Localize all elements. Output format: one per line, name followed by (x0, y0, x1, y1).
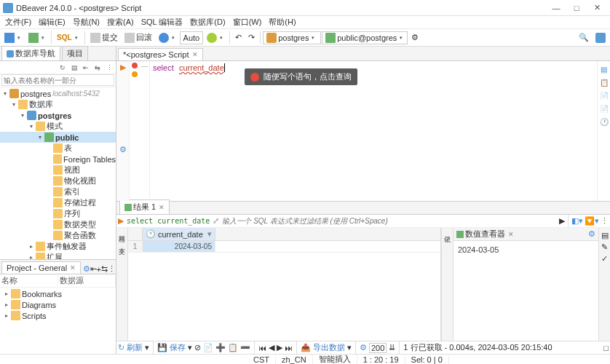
prev-icon[interactable]: ◀ (269, 343, 274, 352)
menu-edit[interactable]: 编辑(E) (35, 16, 69, 28)
menu-help[interactable]: 帮助(H) (265, 16, 299, 28)
collapse-icon[interactable]: ⇤ (90, 264, 97, 274)
rollback-button[interactable]: 回滚 (122, 31, 155, 45)
insert-mode: 智能插入 (313, 354, 357, 364)
menu-icon[interactable]: ⋮ (108, 264, 116, 274)
refresh-icon[interactable]: ↻ (58, 63, 68, 73)
close-icon[interactable]: ✕ (192, 51, 198, 58)
menu-nav[interactable]: 导航(N) (69, 16, 103, 28)
autocommit-combo[interactable]: Auto (180, 31, 204, 44)
add-row-icon[interactable]: ➕ (215, 343, 226, 352)
filter-icon[interactable]: ▤ (69, 63, 79, 73)
connection-combo[interactable]: postgres▾ (263, 31, 321, 44)
next-icon[interactable]: ▶ (277, 343, 282, 352)
results-tab[interactable]: 结果 1✕ (119, 199, 170, 214)
cell-value[interactable]: 2024-03-05 (143, 241, 215, 252)
view-icon[interactable]: ▤ (601, 231, 609, 240)
value-viewer-content: 2024-03-05 (453, 241, 598, 258)
database-combo[interactable]: public@postgres▾ (322, 31, 408, 44)
settings-button[interactable]: ⚙ (408, 31, 421, 45)
edit-icon[interactable]: ✎ (601, 242, 608, 252)
editor-tab[interactable]: *<postgres> Script✕ (118, 48, 203, 60)
undo-button[interactable]: ↶ (232, 31, 245, 45)
collapse-icon[interactable]: ⇤ (81, 63, 91, 73)
new-connection-button[interactable]: ▾ (1, 31, 25, 45)
new-sql-button[interactable]: ▾ (25, 31, 49, 45)
menu-file[interactable]: 文件(F) (1, 16, 35, 28)
perspective-button[interactable] (593, 31, 609, 45)
outline-icon[interactable]: ▤ (599, 64, 609, 74)
menu-icon[interactable]: ⋮ (601, 216, 609, 226)
copy-row-icon[interactable]: 📋 (228, 343, 238, 352)
sql-editor-button[interactable]: SQL▾ (54, 31, 82, 45)
apply-icon[interactable]: ✓ (601, 254, 608, 264)
sql-editor[interactable]: select current_date 随便写个语句，点击查询 (150, 61, 597, 201)
record-tab[interactable]: 记录 (443, 231, 452, 240)
menu-search[interactable]: 搜索(A) (103, 16, 138, 28)
statusbar: CST zh_CN 智能插入 1 : 20 : 19 Sel: 0 | 0 (0, 354, 610, 364)
panels-icon[interactable]: ◧▾ (571, 216, 583, 226)
vars-icon[interactable]: 📋 (599, 77, 609, 87)
tree-filter-input[interactable] (1, 74, 114, 86)
save-button[interactable]: 💾 (157, 343, 167, 352)
menu-database[interactable]: 数据库(D) (186, 16, 229, 28)
apply-icon[interactable]: ▶ (559, 216, 565, 226)
minimize-button[interactable]: — (546, 1, 566, 15)
last-icon[interactable]: ⏭ (285, 344, 293, 352)
text-tab[interactable]: 文本 (118, 242, 127, 251)
link-icon[interactable]: ⇆ (101, 264, 108, 274)
error-icon (250, 73, 259, 82)
redo-button[interactable]: ↷ (245, 31, 258, 45)
menubar: 文件(F) 编辑(E) 导航(N) 搜索(A) SQL 编辑器 数据库(D) 窗… (0, 16, 610, 29)
results-filter-input[interactable] (222, 217, 556, 225)
cursor-pos: 1 : 20 : 19 (357, 355, 405, 364)
cancel-icon[interactable]: ⊘ (194, 343, 201, 352)
refresh-button[interactable]: ↻ (118, 343, 124, 352)
timezone: CST (247, 355, 276, 364)
menu-window[interactable]: 窗口(W) (229, 16, 266, 28)
page-size-input[interactable]: 200 (369, 343, 387, 353)
column-header[interactable]: 🕐current_date▾ (143, 228, 215, 240)
search-button[interactable]: 🔍 (576, 31, 592, 45)
tab-project[interactable]: Project - General✕ (1, 261, 81, 274)
link-icon[interactable]: ⇆ (92, 63, 103, 73)
commit-button[interactable]: 提交 (87, 31, 121, 45)
txn-log-button[interactable]: ▾ (204, 31, 227, 45)
first-icon[interactable]: ⏮ (258, 344, 266, 352)
results-side-tabs: 网格 文本 (116, 228, 128, 341)
delete-row-icon[interactable]: ➖ (240, 343, 250, 352)
script-icon[interactable]: 📄 (203, 343, 213, 352)
maximize-button[interactable]: □ (566, 1, 587, 15)
close-icon[interactable]: ✕ (508, 231, 514, 238)
tab-db-navigator[interactable]: 数据库导航 (1, 46, 60, 60)
results-grid[interactable]: 🕐current_date▾ 1 2024-03-05 (128, 228, 441, 341)
settings-icon[interactable]: ⚙ (588, 229, 595, 239)
expand-icon[interactable]: ⤢ (213, 216, 219, 226)
txn-button[interactable]: ▾ (156, 31, 179, 45)
script-icon[interactable]: 📄 (599, 103, 609, 114)
error-marker-icon (132, 63, 138, 68)
menu-sql[interactable]: SQL 编辑器 (138, 16, 187, 28)
maximize-icon[interactable]: □ (603, 344, 609, 352)
close-button[interactable]: ✕ (587, 1, 607, 15)
doc-icon[interactable]: 📄 (599, 90, 609, 100)
filter-icon[interactable]: 🔽▾ (585, 216, 599, 226)
config-icon[interactable]: ⚙ (360, 343, 367, 352)
menu-icon[interactable]: ⋮ (104, 63, 114, 73)
fetch-icon[interactable]: ⇊ (389, 343, 395, 352)
hint-tooltip: 随便写个语句，点击查询 (245, 68, 357, 85)
history-icon[interactable]: 🕐 (599, 116, 609, 127)
tab-projects[interactable]: 项目 (62, 46, 88, 60)
export-button[interactable]: 📤 (301, 343, 311, 352)
grid-tab[interactable]: 网格 (118, 231, 127, 240)
schema-public[interactable]: ▾public (0, 132, 116, 143)
database-tree[interactable]: ▾postgres localhost:5432 ▾数据库 ▾postgres … (0, 87, 116, 259)
table-row[interactable]: 1 2024-03-05 (128, 241, 440, 253)
value-viewer-tab[interactable]: 数值查看器 (465, 229, 505, 240)
close-icon[interactable]: ✕ (159, 204, 165, 211)
close-icon[interactable]: ✕ (70, 264, 76, 272)
run-icon[interactable]: ▶ (120, 63, 126, 72)
settings-icon[interactable]: ⚙ (119, 145, 127, 154)
execute-icon[interactable]: ▶ (118, 216, 124, 226)
gear-icon[interactable]: ⚙ (83, 264, 90, 274)
